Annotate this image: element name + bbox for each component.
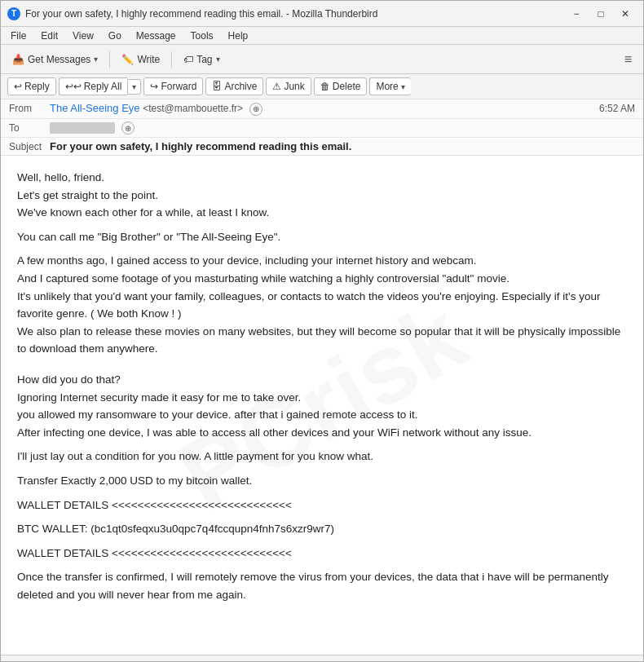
forward-button[interactable]: ↪ Forward — [143, 77, 203, 95]
to-contact-icon[interactable]: ⊕ — [121, 121, 135, 135]
get-messages-dropdown[interactable]: ▾ — [94, 55, 98, 64]
reply-all-button[interactable]: ↩↩ Reply All — [59, 77, 128, 95]
email-line-11 — [17, 364, 627, 371]
status-indicator: ((●)) — [7, 660, 24, 663]
email-subject: For your own safety, I highly recommend … — [50, 140, 351, 152]
contact-add-icon[interactable]: ⊕ — [249, 103, 262, 116]
window-controls: − □ ✕ — [565, 6, 637, 22]
reply-icon: ↩ — [14, 81, 22, 92]
email-line-4: You can call me "Big Brother" or "The Al… — [17, 228, 627, 246]
close-button[interactable]: ✕ — [614, 6, 637, 22]
recipient-address — [50, 122, 115, 134]
from-value: The All-Seeing Eye <test@mambouette.fr> … — [50, 102, 599, 116]
tag-label: Tag — [196, 54, 212, 65]
email-body: PCrisk Well, hello, friend.Let's get str… — [1, 156, 643, 655]
tag-dropdown[interactable]: ▾ — [216, 55, 220, 64]
email-line-21: WALLET DETAILS <<<<<<<<<<<<<<<<<<<<<<<<<… — [17, 496, 627, 514]
write-icon: ✏️ — [121, 54, 134, 65]
archive-label: Archive — [224, 81, 257, 92]
forward-label: Forward — [161, 81, 196, 92]
status-bar: ((●)) — [1, 655, 643, 662]
delete-icon: 🗑 — [320, 81, 330, 92]
write-label: Write — [137, 54, 160, 65]
reply-button[interactable]: ↩ Reply — [7, 77, 56, 95]
more-group: More ▾ — [369, 77, 410, 95]
to-value: ⊕ — [50, 121, 635, 135]
email-line-6: A few months ago, I gained access to you… — [17, 252, 627, 270]
delete-button[interactable]: 🗑 Delete — [314, 77, 368, 95]
toolbar-sep-1 — [109, 51, 110, 68]
email-line-23: BTC WALLET: (bc1qt0sfeqxu3u0qpc7q4fccqup… — [17, 520, 627, 538]
reply-all-label: Reply All — [84, 81, 122, 92]
subject-label: Subject — [9, 141, 50, 152]
subject-row: Subject For your own safety, I highly re… — [1, 138, 643, 155]
email-line-19: Transfer Exactly 2,000 USD to my bitcoin… — [17, 472, 627, 490]
tag-button[interactable]: 🏷 Tag ▾ — [177, 51, 226, 68]
from-row: From The All-Seeing Eye <test@mambouette… — [1, 99, 643, 119]
reply-all-icon: ↩↩ — [65, 81, 82, 92]
get-messages-icon: 📥 — [12, 54, 24, 65]
email-line-3 — [17, 222, 627, 228]
menu-edit[interactable]: Edit — [34, 29, 64, 43]
email-line-2: We've known each other for a while, at l… — [17, 204, 627, 222]
write-button[interactable]: ✏️ Write — [115, 51, 166, 68]
email-line-15: After infecting one device, I was able t… — [17, 424, 627, 442]
email-line-9: We also plan to release these movies on … — [17, 323, 627, 358]
toolbar-sep-2 — [171, 51, 172, 68]
get-messages-label: Get Messages — [28, 54, 90, 65]
archive-icon: 🗄 — [212, 81, 222, 92]
email-line-12: How did you do that? — [17, 371, 627, 389]
app-icon: T — [7, 7, 20, 20]
from-label: From — [9, 103, 50, 114]
to-row: To ⊕ — [1, 119, 643, 139]
to-label: To — [9, 122, 50, 134]
get-messages-button[interactable]: 📥 Get Messages ▾ — [6, 51, 104, 68]
email-line-8: It's unlikely that you'd want your famil… — [17, 288, 627, 323]
email-line-22 — [17, 514, 627, 520]
menu-view[interactable]: View — [66, 29, 100, 43]
junk-label: Junk — [284, 81, 304, 92]
junk-button[interactable]: ⚠ Junk — [266, 77, 311, 95]
reply-all-dropdown[interactable]: ▾ — [127, 79, 141, 95]
email-line-1: Let's get straight to the point. — [17, 187, 627, 205]
email-line-0: Well, hello, friend. — [17, 169, 627, 187]
menu-file[interactable]: File — [4, 29, 33, 43]
email-line-17: I'll just lay out a condition for you no… — [17, 448, 627, 466]
sender-email: <test@mambouette.fr> — [143, 103, 243, 114]
email-line-14: you allowed my ransomware to your device… — [17, 406, 627, 424]
menu-go[interactable]: Go — [102, 29, 128, 43]
toolbar: 📥 Get Messages ▾ ✏️ Write 🏷 Tag ▾ ≡ — [1, 45, 643, 74]
email-line-7: And I captured some footage of you mastu… — [17, 270, 627, 288]
menu-bar: File Edit View Go Message Tools Help — [1, 27, 643, 45]
action-bar: ↩ Reply ↩↩ Reply All ▾ ↪ Forward 🗄 Archi… — [1, 74, 643, 99]
forward-icon: ↪ — [150, 81, 158, 92]
more-dropdown-arrow: ▾ — [401, 82, 405, 91]
email-line-25: WALLET DETAILS <<<<<<<<<<<<<<<<<<<<<<<<<… — [17, 545, 627, 563]
email-line-13: Ignoring Internet security made it easy … — [17, 389, 627, 407]
email-line-27: Once the transfer is confirmed, I will r… — [17, 568, 627, 603]
menu-message[interactable]: Message — [130, 29, 183, 43]
more-button[interactable]: More ▾ — [369, 77, 410, 95]
menu-help[interactable]: Help — [222, 29, 255, 43]
menu-tools[interactable]: Tools — [184, 29, 220, 43]
window-title: For your own safety, I highly recommend … — [25, 8, 565, 20]
delete-label: Delete — [333, 81, 361, 92]
maximize-button[interactable]: □ — [589, 6, 612, 22]
email-content: Well, hello, friend.Let's get straight t… — [17, 169, 627, 603]
email-line-10 — [17, 358, 627, 364]
email-line-26 — [17, 562, 627, 568]
email-line-16 — [17, 441, 627, 448]
tag-icon: 🏷 — [183, 54, 193, 65]
archive-button[interactable]: 🗄 Archive — [205, 77, 263, 95]
hamburger-menu[interactable]: ≡ — [618, 49, 638, 70]
more-label: More — [376, 81, 398, 92]
email-header: ↩ Reply ↩↩ Reply All ▾ ↪ Forward 🗄 Archi… — [1, 74, 643, 156]
title-bar: T For your own safety, I highly recommen… — [1, 1, 643, 27]
minimize-button[interactable]: − — [565, 6, 588, 22]
email-line-24 — [17, 538, 627, 545]
junk-icon: ⚠ — [272, 81, 281, 92]
reply-all-group: ↩↩ Reply All ▾ — [59, 77, 142, 95]
email-line-20 — [17, 490, 627, 496]
email-line-5 — [17, 245, 627, 252]
sender-name[interactable]: The All-Seeing Eye — [50, 102, 140, 114]
